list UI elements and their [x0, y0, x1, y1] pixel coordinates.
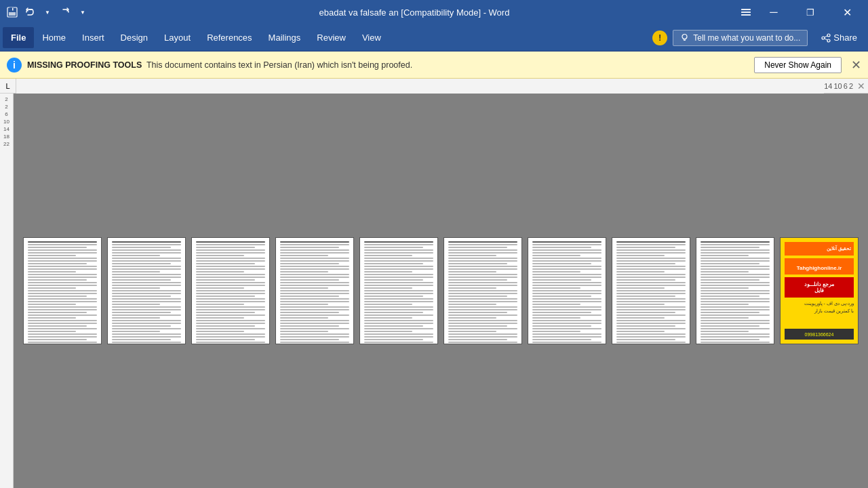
page-line	[616, 277, 686, 278]
never-show-again-button[interactable]: Never Show Again	[754, 57, 842, 73]
page-line	[28, 263, 87, 264]
page-line	[196, 255, 244, 256]
page-line	[701, 306, 770, 308]
horizontal-ruler	[16, 79, 824, 94]
page-line	[28, 323, 97, 324]
page-line	[532, 277, 601, 278]
page-line	[701, 247, 760, 248]
page-line	[616, 241, 686, 243]
menu-insert[interactable]: Insert	[74, 27, 113, 48]
page-line	[448, 263, 507, 264]
page-line	[532, 274, 601, 275]
page-line	[280, 296, 339, 297]
page-line	[701, 317, 749, 319]
page-line	[532, 325, 591, 327]
page-line	[701, 263, 760, 264]
page-line	[112, 260, 181, 262]
page-line	[196, 247, 255, 248]
notification-close-button[interactable]: ✕	[851, 59, 861, 71]
page-line	[701, 336, 770, 338]
page-line	[532, 298, 601, 300]
page-line	[701, 296, 760, 297]
customize-qat[interactable]: ▼	[76, 5, 90, 19]
page-line	[701, 328, 770, 329]
minimize-button[interactable]: ─	[758, 0, 789, 24]
page-line	[616, 331, 665, 332]
page-line	[448, 258, 517, 259]
page-line	[616, 252, 686, 253]
page-line	[280, 271, 328, 272]
page-line	[532, 306, 601, 308]
page-line	[280, 317, 328, 319]
close-button[interactable]: ✕	[831, 0, 863, 24]
page-line	[28, 317, 76, 319]
page-line	[28, 241, 97, 243]
title-bar: ▼ ▼ ebadat va falsafe an [Compatibility …	[0, 0, 868, 24]
page-thumb-3	[191, 237, 270, 344]
menu-file[interactable]: File	[3, 27, 34, 48]
undo-button[interactable]	[23, 5, 37, 19]
page-line	[112, 342, 181, 343]
ruler-close-button[interactable]: ✕	[857, 81, 865, 92]
ribbon-display[interactable]	[739, 5, 753, 19]
menu-review[interactable]: Review	[309, 27, 354, 48]
restore-button[interactable]: ❐	[795, 0, 826, 24]
vruler-10: 10	[3, 119, 9, 125]
page-line	[448, 328, 517, 329]
page-line	[280, 333, 349, 335]
page-line	[616, 320, 686, 321]
page-line	[112, 244, 181, 245]
page-line	[701, 331, 749, 332]
menu-mailings[interactable]: Mailings	[260, 27, 309, 48]
ruler-corner[interactable]: L	[0, 79, 16, 94]
tell-me-label: Tell me what you want to do...	[693, 33, 800, 43]
page-line	[701, 298, 770, 300]
menu-design[interactable]: Design	[113, 27, 156, 48]
page-line	[28, 328, 97, 329]
page-line	[364, 287, 412, 289]
page-line	[28, 285, 97, 286]
page-line	[532, 287, 580, 289]
save-button[interactable]	[5, 5, 19, 19]
page-line	[196, 277, 265, 278]
page-line	[112, 312, 171, 313]
vruler-18: 18	[3, 134, 9, 140]
menu-layout[interactable]: Layout	[156, 27, 199, 48]
page-line	[280, 328, 349, 329]
page-line	[280, 247, 339, 248]
page-line	[448, 241, 517, 243]
page-line	[701, 252, 770, 253]
page-line	[448, 301, 517, 302]
page-line	[280, 266, 349, 267]
page-line	[448, 336, 517, 338]
page-line	[196, 298, 265, 300]
tell-me-input[interactable]: Tell me what you want to do...	[673, 30, 808, 46]
page-line	[701, 323, 770, 324]
document-area[interactable]: تحقیق آنلاین Tahghighonline.ir مرجع دانل…	[14, 94, 868, 488]
share-button[interactable]: Share	[813, 30, 865, 45]
menu-references[interactable]: References	[199, 27, 260, 48]
info-icon: i	[7, 58, 22, 73]
page-line	[112, 296, 171, 297]
page-thumb-9	[696, 237, 774, 344]
page-line	[196, 333, 265, 335]
svg-rect-6	[741, 9, 751, 10]
page-line	[532, 309, 601, 310]
page-line	[448, 282, 517, 283]
page-line	[28, 312, 87, 313]
menu-view[interactable]: View	[354, 27, 389, 48]
page-line	[616, 258, 686, 259]
page-line	[448, 247, 507, 248]
page-line	[28, 279, 87, 281]
page-line	[364, 277, 433, 278]
undo-dropdown[interactable]: ▼	[41, 5, 54, 19]
menu-home[interactable]: Home	[34, 27, 74, 48]
page-line	[196, 285, 265, 286]
page-line	[280, 255, 328, 256]
redo-button[interactable]	[58, 5, 72, 19]
page-line	[112, 258, 181, 259]
page-line	[532, 336, 601, 338]
page-line	[280, 285, 349, 286]
page-line	[196, 293, 265, 294]
page-line	[532, 317, 580, 319]
